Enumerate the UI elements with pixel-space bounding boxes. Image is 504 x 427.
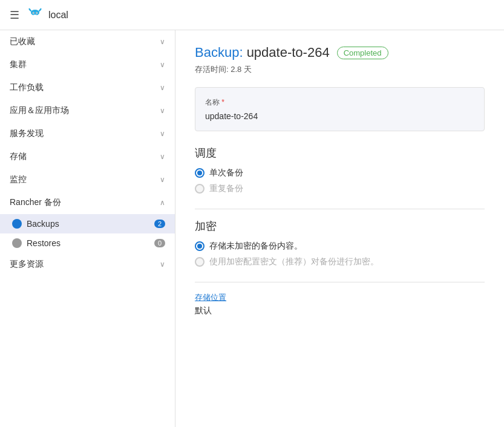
restores-badge: 0 xyxy=(154,239,165,247)
radio-item-no-encrypt[interactable]: 存储未加密的备份内容。 xyxy=(195,241,485,252)
page-title-prefix: Backup: xyxy=(195,45,243,60)
radio-circle-repeat xyxy=(195,184,205,194)
radio-label-single: 单次备份 xyxy=(209,168,243,178)
sidebar-item-favorites[interactable]: 已收藏 ∨ xyxy=(0,30,175,53)
restores-label: Restores xyxy=(27,238,61,248)
sidebar-item-label: 已收藏 xyxy=(10,36,160,47)
restores-icon xyxy=(12,238,22,248)
content-area: Backup: update-to-264 Completed 存活时间: 2.… xyxy=(175,30,504,427)
svg-point-3 xyxy=(33,12,34,13)
sub-item-left: Backups xyxy=(12,219,59,229)
storage-value: 默认 xyxy=(195,305,485,316)
status-badge: Completed xyxy=(337,47,388,59)
svg-point-0 xyxy=(31,9,39,15)
sidebar-item-workload[interactable]: 工作负载 ∨ xyxy=(0,76,175,99)
chevron-up-icon: ∧ xyxy=(160,198,165,207)
radio-label-no-encrypt: 存储未加密的备份内容。 xyxy=(209,241,303,252)
encryption-title: 加密 xyxy=(195,219,485,233)
page-header: Backup: update-to-264 Completed xyxy=(195,45,485,60)
storage-label[interactable]: 存储位置 xyxy=(195,292,485,303)
chevron-down-icon: ∨ xyxy=(160,152,165,161)
field-label-name: 名称 * xyxy=(205,97,474,108)
name-form-section: 名称 * update-to-264 xyxy=(195,87,485,131)
sidebar-item-label: 存储 xyxy=(10,151,160,162)
radio-label-repeat: 重复备份 xyxy=(209,183,243,194)
divider-1 xyxy=(195,209,485,209)
subtitle: 存活时间: 2.8 天 xyxy=(195,64,485,75)
radio-circle-single xyxy=(195,168,205,178)
sidebar-item-backups[interactable]: Backups 2 xyxy=(0,214,175,233)
sidebar-item-label: 集群 xyxy=(10,59,160,70)
sidebar-item-label: 更多资源 xyxy=(10,259,160,270)
required-marker: * xyxy=(221,98,224,106)
sidebar-item-label: 服务发现 xyxy=(10,128,160,139)
chevron-down-icon: ∨ xyxy=(160,83,165,92)
sidebar-item-cluster[interactable]: 集群 ∨ xyxy=(0,53,175,76)
chevron-down-icon: ∨ xyxy=(160,60,165,69)
chevron-down-icon: ∨ xyxy=(160,175,165,184)
sidebar-item-more-resources[interactable]: 更多资源 ∨ xyxy=(0,253,175,276)
encryption-radio-group: 存储未加密的备份内容。 使用加密配置密文（推荐）对备份进行加密。 xyxy=(195,241,485,267)
main-layout: 已收藏 ∨ 集群 ∨ 工作负载 ∨ 应用＆应用市场 ∨ 服务发现 ∨ 存储 ∨ … xyxy=(0,30,504,427)
sidebar-item-service-discovery[interactable]: 服务发现 ∨ xyxy=(0,122,175,145)
radio-circle-no-encrypt xyxy=(195,241,205,251)
radio-item-use-secret[interactable]: 使用加密配置密文（推荐）对备份进行加密。 xyxy=(195,256,485,267)
sidebar-item-label: 监控 xyxy=(10,174,160,185)
sidebar-item-monitor[interactable]: 监控 ∨ xyxy=(0,168,175,191)
backups-label: Backups xyxy=(27,219,59,229)
name-value: update-to-264 xyxy=(205,111,474,121)
encryption-section: 加密 存储未加密的备份内容。 使用加密配置密文（推荐）对备份进行加密。 xyxy=(195,219,485,267)
divider-2 xyxy=(195,282,485,282)
sidebar-item-label: 应用＆应用市场 xyxy=(10,105,160,116)
sidebar-item-rancher-backup[interactable]: Rancher 备份 ∧ xyxy=(0,191,175,214)
svg-point-4 xyxy=(36,12,37,13)
chevron-down-icon: ∨ xyxy=(160,129,165,138)
menu-icon[interactable]: ☰ xyxy=(10,8,19,22)
radio-circle-use-secret xyxy=(195,257,205,267)
chevron-down-icon: ∨ xyxy=(160,106,165,115)
topbar: ☰ local xyxy=(0,0,504,30)
sidebar-item-label: 工作负载 xyxy=(10,82,160,93)
backups-icon xyxy=(12,219,22,229)
sidebar: 已收藏 ∨ 集群 ∨ 工作负载 ∨ 应用＆应用市场 ∨ 服务发现 ∨ 存储 ∨ … xyxy=(0,30,175,427)
radio-item-single[interactable]: 单次备份 xyxy=(195,168,485,178)
sidebar-item-restores[interactable]: Restores 0 xyxy=(0,233,175,253)
chevron-down-icon: ∨ xyxy=(160,260,165,269)
storage-section: 存储位置 默认 xyxy=(195,292,485,316)
radio-label-use-secret: 使用加密配置密文（推荐）对备份进行加密。 xyxy=(209,256,379,267)
sidebar-item-storage[interactable]: 存储 ∨ xyxy=(0,145,175,168)
schedule-section: 调度 单次备份 重复备份 xyxy=(195,146,485,194)
name-label-text: 名称 xyxy=(205,98,220,106)
rancher-logo xyxy=(27,7,44,24)
schedule-title: 调度 xyxy=(195,146,485,160)
page-title-name: update-to-264 xyxy=(247,45,330,60)
radio-item-repeat[interactable]: 重复备份 xyxy=(195,183,485,194)
backups-badge: 2 xyxy=(154,220,165,228)
chevron-down-icon: ∨ xyxy=(160,37,165,46)
sidebar-item-apps[interactable]: 应用＆应用市场 ∨ xyxy=(0,99,175,122)
sidebar-item-label: Rancher 备份 xyxy=(10,197,160,208)
sub-item-left: Restores xyxy=(12,238,61,248)
page-title: Backup: update-to-264 xyxy=(195,45,330,60)
topbar-title: local xyxy=(48,10,68,21)
schedule-radio-group: 单次备份 重复备份 xyxy=(195,168,485,194)
svg-rect-5 xyxy=(33,15,37,16)
